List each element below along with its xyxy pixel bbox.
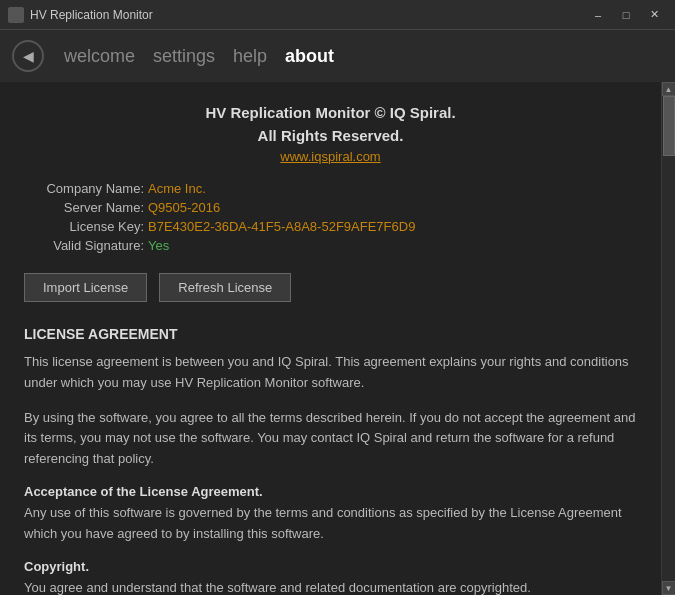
nav-settings[interactable]: settings — [145, 42, 223, 71]
content-area: HV Replication Monitor © IQ Spiral. All … — [0, 82, 661, 595]
close-button[interactable]: ✕ — [641, 5, 667, 25]
license-key-label: License Key: — [24, 219, 144, 234]
title-bar-left: HV Replication Monitor — [8, 7, 153, 23]
server-row: Server Name: Q9505-2016 — [24, 200, 637, 215]
nav-bar: ◀ welcome settings help about — [0, 30, 675, 82]
acceptance-text: Any use of this software is governed by … — [24, 503, 637, 545]
signature-row: Valid Signature: Yes — [24, 238, 637, 253]
title-bar-controls: – □ ✕ — [585, 5, 667, 25]
company-row: Company Name: Acme Inc. — [24, 181, 637, 196]
license-agreement-section: LICENSE AGREEMENT This license agreement… — [24, 326, 637, 470]
server-label: Server Name: — [24, 200, 144, 215]
app-title-section: HV Replication Monitor © IQ Spiral. All … — [24, 102, 637, 165]
refresh-license-button[interactable]: Refresh License — [159, 273, 291, 302]
scrollbar: ▲ ▼ — [661, 82, 675, 595]
acceptance-section: Acceptance of the License Agreement. Any… — [24, 484, 637, 545]
title-bar-text: HV Replication Monitor — [30, 8, 153, 22]
maximize-button[interactable]: □ — [613, 5, 639, 25]
scroll-down-button[interactable]: ▼ — [662, 581, 676, 595]
title-bar: HV Replication Monitor – □ ✕ — [0, 0, 675, 30]
app-title-line2: All Rights Reserved. — [24, 125, 637, 148]
nav-welcome[interactable]: welcome — [56, 42, 143, 71]
back-button[interactable]: ◀ — [12, 40, 44, 72]
signature-label: Valid Signature: — [24, 238, 144, 253]
copyright-section: Copyright. You agree and understand that… — [24, 559, 637, 595]
website-link[interactable]: www.iqspiral.com — [280, 149, 380, 164]
license-key-row: License Key: B7E430E2-36DA-41F5-A8A8-52F… — [24, 219, 637, 234]
scroll-up-button[interactable]: ▲ — [662, 82, 676, 96]
acceptance-heading: Acceptance of the License Agreement. — [24, 484, 637, 499]
minimize-button[interactable]: – — [585, 5, 611, 25]
nav-links: welcome settings help about — [56, 42, 342, 71]
copyright-text: You agree and understand that the softwa… — [24, 578, 637, 595]
app-icon — [8, 7, 24, 23]
license-p1: This license agreement is between you an… — [24, 352, 637, 394]
action-buttons: Import License Refresh License — [24, 273, 637, 302]
signature-value: Yes — [148, 238, 169, 253]
license-agreement-heading: LICENSE AGREEMENT — [24, 326, 637, 342]
nav-about[interactable]: about — [277, 42, 342, 71]
back-icon: ◀ — [23, 48, 34, 64]
nav-help[interactable]: help — [225, 42, 275, 71]
main-area: HV Replication Monitor © IQ Spiral. All … — [0, 82, 675, 595]
license-key-value: B7E430E2-36DA-41F5-A8A8-52F9AFE7F6D9 — [148, 219, 415, 234]
license-info: Company Name: Acme Inc. Server Name: Q95… — [24, 181, 637, 253]
app-title-line1: HV Replication Monitor © IQ Spiral. — [24, 102, 637, 125]
server-value: Q9505-2016 — [148, 200, 220, 215]
scroll-track[interactable] — [662, 96, 675, 581]
company-label: Company Name: — [24, 181, 144, 196]
copyright-heading: Copyright. — [24, 559, 637, 574]
company-value: Acme Inc. — [148, 181, 206, 196]
license-p2: By using the software, you agree to all … — [24, 408, 637, 470]
import-license-button[interactable]: Import License — [24, 273, 147, 302]
scroll-thumb[interactable] — [663, 96, 675, 156]
